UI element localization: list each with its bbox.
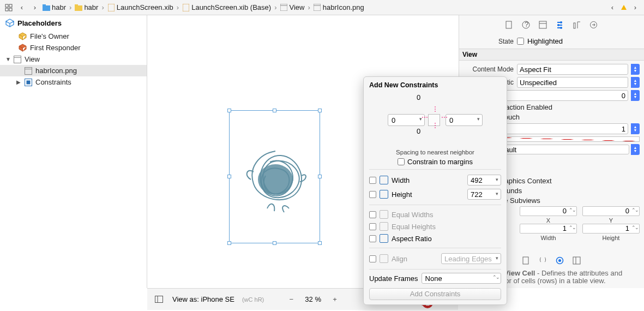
crumb-4[interactable]: View bbox=[280, 3, 305, 11]
issues-prev-button[interactable]: ‹ bbox=[607, 2, 618, 13]
crumb-label: habrIcon.png bbox=[323, 3, 364, 11]
zoom-in-button[interactable]: + bbox=[329, 294, 341, 306]
equal-widths-checkbox bbox=[369, 211, 376, 218]
view-section-header: View bbox=[459, 49, 644, 61]
code-snippet-icon[interactable] bbox=[539, 256, 547, 266]
cube-icon bbox=[19, 44, 27, 52]
stepper-icon[interactable]: ▲▼ bbox=[631, 90, 640, 101]
resize-handle[interactable] bbox=[273, 109, 276, 112]
zoom-out-button[interactable]: − bbox=[285, 294, 297, 306]
resize-handle[interactable] bbox=[227, 241, 231, 245]
top-spacing-input[interactable]: 0 bbox=[417, 93, 454, 101]
resize-handle[interactable] bbox=[227, 175, 231, 178]
object-library-icon[interactable] bbox=[556, 256, 564, 266]
width-checkbox[interactable] bbox=[369, 177, 376, 184]
crumb-2[interactable]: LaunchScreen.xib bbox=[107, 3, 173, 11]
aspect-ratio-checkbox[interactable] bbox=[369, 235, 376, 242]
warning-icon[interactable] bbox=[621, 5, 627, 10]
resize-handle[interactable] bbox=[273, 241, 276, 245]
resize-handle[interactable] bbox=[318, 175, 322, 178]
bottom-spacing-input[interactable]: 0 bbox=[417, 127, 454, 135]
image-row[interactable]: habrIcon.png bbox=[0, 65, 147, 76]
size-class-label: (wC hR) bbox=[242, 296, 264, 303]
media-library-icon[interactable] bbox=[573, 256, 581, 266]
back-button[interactable]: ‹ bbox=[16, 2, 27, 13]
issues-next-button[interactable]: › bbox=[630, 2, 641, 13]
left-spacing-input[interactable]: 0 bbox=[388, 114, 425, 126]
tint-select[interactable]: Default bbox=[491, 145, 629, 154]
resize-handle[interactable] bbox=[318, 109, 322, 112]
select-caret-icon[interactable]: ▲▼ bbox=[631, 64, 640, 75]
constraints-label: Constraints bbox=[35, 78, 71, 86]
file-template-icon[interactable] bbox=[522, 256, 530, 266]
height-value: 722 bbox=[471, 190, 483, 199]
view-row[interactable]: ▼ View bbox=[0, 53, 147, 65]
select-caret-icon[interactable]: ▲▼ bbox=[631, 77, 640, 88]
height-field[interactable]: 1 bbox=[582, 224, 640, 234]
related-items-icon[interactable] bbox=[3, 2, 14, 13]
constrain-margins-checkbox[interactable] bbox=[398, 158, 405, 165]
strut-bottom-icon bbox=[435, 123, 436, 128]
content-mode-value: Aspect Fit bbox=[520, 65, 551, 74]
file-inspector-icon[interactable] bbox=[505, 21, 513, 31]
connections-inspector-icon[interactable] bbox=[589, 21, 598, 31]
zoom-label[interactable]: 32 % bbox=[305, 295, 321, 303]
resize-handle[interactable] bbox=[318, 241, 322, 245]
identity-inspector-icon[interactable] bbox=[539, 21, 547, 31]
crumb-sep: › bbox=[101, 3, 104, 11]
content-mode-select[interactable]: Aspect Fit bbox=[517, 64, 628, 75]
crumb-0[interactable]: habr bbox=[43, 3, 66, 11]
height-value-input[interactable]: 722 bbox=[467, 189, 501, 200]
breadcrumb-bar: ‹ › habr › habr › LaunchScreen.xib › Lau… bbox=[0, 0, 644, 15]
crumb-3[interactable]: LaunchScreen.xib (Base) bbox=[182, 3, 271, 11]
svg-rect-7 bbox=[75, 4, 78, 7]
image-label: habrIcon.png bbox=[35, 67, 77, 75]
stepper-icon[interactable]: ▲▼ bbox=[631, 123, 640, 134]
x-value: 0 bbox=[563, 207, 567, 215]
help-inspector-icon[interactable]: ? bbox=[522, 21, 530, 31]
height-constraint-row[interactable]: Height 722 bbox=[369, 187, 501, 201]
svg-rect-9 bbox=[183, 4, 189, 11]
right-spacing-input[interactable]: 0 bbox=[446, 114, 483, 126]
tag-value: 0 bbox=[622, 92, 625, 100]
document-outline[interactable]: Placeholders File's Owner First Responde… bbox=[0, 15, 147, 288]
size-inspector-icon[interactable] bbox=[573, 21, 581, 31]
select-caret-icon[interactable]: ▲▼ bbox=[631, 144, 640, 155]
y-field[interactable]: 0 bbox=[582, 206, 640, 216]
resize-handle[interactable] bbox=[227, 109, 231, 112]
width-caption: Width bbox=[540, 235, 556, 241]
disclosure-icon[interactable]: ▼ bbox=[5, 56, 10, 62]
svg-point-36 bbox=[558, 259, 561, 262]
selected-view[interactable] bbox=[229, 110, 320, 243]
attributes-inspector-icon[interactable] bbox=[556, 21, 564, 31]
height-checkbox[interactable] bbox=[369, 191, 376, 198]
highlighted-checkbox[interactable] bbox=[517, 38, 524, 45]
files-owner-row[interactable]: File's Owner bbox=[0, 31, 147, 42]
width-value-input[interactable]: 492 bbox=[467, 175, 501, 186]
crumb-label: View bbox=[290, 3, 305, 11]
crumb-5[interactable]: habrIcon.png bbox=[314, 3, 364, 11]
right-value: 0 bbox=[449, 116, 453, 124]
width-constraint-row[interactable]: Width 492 bbox=[369, 173, 501, 187]
add-constraints-button[interactable]: Add Constraints bbox=[369, 288, 501, 300]
aspect-ratio-row[interactable]: Aspect Ratio bbox=[369, 232, 501, 244]
disclosure-icon[interactable]: ▶ bbox=[16, 79, 21, 85]
semantic-select[interactable]: Unspecified bbox=[517, 77, 628, 88]
equal-heights-row: Equal Heights bbox=[369, 220, 501, 232]
update-frames-value: None bbox=[425, 274, 442, 283]
first-responder-row[interactable]: First Responder bbox=[0, 42, 147, 53]
forward-button[interactable]: › bbox=[29, 2, 40, 13]
crumb-label: habr bbox=[52, 3, 66, 11]
update-frames-select[interactable]: None bbox=[422, 273, 501, 284]
constraints-row[interactable]: ▶ Constraints bbox=[0, 76, 147, 88]
svg-rect-8 bbox=[108, 4, 115, 11]
x-field[interactable]: 0 bbox=[520, 206, 577, 216]
align-label: Align bbox=[392, 255, 407, 263]
toggle-outline-icon[interactable] bbox=[153, 294, 165, 306]
view-as-label[interactable]: View as: iPhone SE bbox=[172, 295, 234, 303]
spacing-center-box bbox=[428, 114, 440, 126]
align-row: Align Leading Edges bbox=[369, 252, 501, 266]
width-field[interactable]: 1 bbox=[520, 224, 577, 234]
crumb-1[interactable]: habr bbox=[75, 3, 98, 11]
folder-icon bbox=[75, 4, 82, 11]
